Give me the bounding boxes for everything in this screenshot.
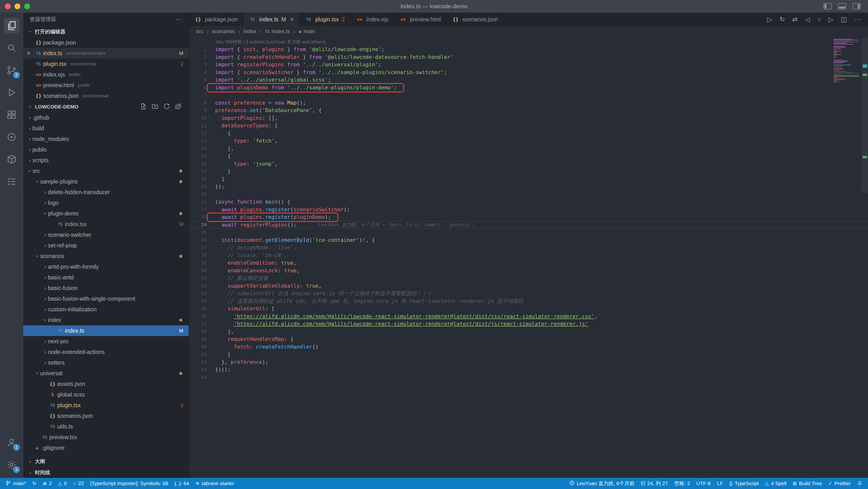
tree-item-index.tsx[interactable]: TSindex.tsxU [23,219,189,229]
previous-change-icon[interactable]: ◁ [805,15,810,23]
status-language-mode[interactable]: {}TypeScript [726,478,762,489]
collapse-all-icon[interactable] [175,103,182,111]
breadcrumb-item[interactable]: index [243,28,256,35]
breadcrumb-item[interactable]: src [196,28,203,35]
open-editors-header[interactable]: › 打开的编辑器 [23,26,189,37]
run-icon[interactable]: ▷ [767,15,772,23]
activity-run-debug[interactable] [0,82,23,104]
activity-checklist[interactable] [0,170,23,193]
open-editor-item[interactable]: <>preview.htmlpublic [23,80,189,91]
activity-explorer[interactable] [0,14,23,37]
open-editor-item[interactable]: {}package.json [23,37,189,48]
tree-item-basic-antd[interactable]: ›basic-antd [23,272,189,283]
close-window-button[interactable] [5,3,11,9]
breadcrumb-item[interactable]: ◈main [299,28,315,35]
activity-account[interactable]: 1 [0,431,23,454]
tab-scenarios.json[interactable]: {}scenarios.json [446,12,503,26]
toggle-panel-icon[interactable] [838,3,846,9]
compare-changes-icon[interactable]: ⇄ [792,15,798,23]
status-notifications[interactable] [854,478,866,489]
open-editor-item[interactable]: <>index.ejspublic [23,69,189,80]
tree-item-plugin-demo[interactable]: ›plugin-demo [23,208,189,219]
tree-item-utils.ts[interactable]: TSutils.ts [23,421,189,432]
tree-item-universal[interactable]: ›universal [23,368,189,379]
changes-icon[interactable]: ○ [817,16,821,23]
status-problems-errors[interactable]: ⊗2 [39,478,55,489]
tab-package.json[interactable]: {}package.json [189,12,243,26]
open-editor-item[interactable]: {}scenarios.jsonsrc/universal [23,91,189,101]
toggle-primary-sidebar-icon[interactable] [824,3,832,9]
activity-package[interactable] [0,148,23,170]
tree-item-plugin.tsx[interactable]: TSplugin.tsx2 [23,400,189,411]
tab-index.ejs[interactable]: <>index.ejs [350,12,394,26]
tree-item-basic-fusion[interactable]: ›basic-fusion [23,283,189,293]
status-build-tree[interactable]: ⊞Build Tree [789,478,825,489]
tree-item-public[interactable]: ›public [23,144,189,155]
tab-plugin.tsx[interactable]: TSplugin.tsx2 [299,12,350,26]
tree-item-src[interactable]: ›src [23,166,189,176]
tree-item-node_modules[interactable]: ›node_modules [23,134,189,144]
breadcrumb-item[interactable]: scenarios [212,28,235,35]
status-counter[interactable]: ○22 [70,478,87,489]
timeline-section[interactable]: › 时间线 [23,467,189,478]
tree-item-basic-fusion-with-single-component[interactable]: ›basic-fusion-with-single-component [23,293,189,304]
tree-item-index.ts[interactable]: TSindex.tsM [23,325,189,336]
tree-item-scenarios.json[interactable]: {}scenarios.json [23,411,189,421]
code-editor[interactable]: You, 9秒钟前 | 3 authors (LeoYuan 袁力皓 and o… [189,37,868,478]
tree-item-delete-hidden-transducer[interactable]: ›delete-hidden-transducer [23,187,189,198]
tree-item-global.scss[interactable]: Sglobal.scss [23,389,189,400]
tree-item-scripts[interactable]: ›scripts [23,155,189,166]
tree-item-antd-pro-with-formily[interactable]: ›antd-pro-with-formily [23,261,189,272]
status-tabnine[interactable]: ✳tabnine starter [192,478,237,489]
tree-item-set-ref-prop[interactable]: ›set-ref-prop [23,240,189,251]
refresh-icon[interactable] [163,103,170,111]
status-eol[interactable]: LF [714,478,726,489]
activity-search[interactable] [0,37,23,59]
status-ts-importer[interactable]: [TypeScript Importer]: Symbols: 68 [87,478,171,489]
outline-section[interactable]: › 大纲 [23,456,189,467]
status-sync-changes[interactable]: ↻ [29,478,40,489]
activity-source-control[interactable]: 2 [0,59,23,82]
tree-item-scenario-switcher[interactable]: ›scenario-switcher [23,229,189,240]
tree-item-custom-initialization[interactable]: ›custom-initialization [23,304,189,315]
status-git-branch[interactable]: main* [2,478,29,489]
tree-item-.gitignore[interactable]: ◈.gitignore [23,443,189,453]
status-git-blame[interactable]: LeoYuan 袁力皓, 6个月前 [566,478,638,489]
breadcrumb-item[interactable]: TSindex.ts [265,28,290,35]
next-change-icon[interactable]: ▷ [829,15,834,23]
open-editor-item[interactable]: TSplugin.tsxsrc/universal2 [23,59,189,69]
tree-item-.github[interactable]: ›.github [23,112,189,123]
tree-item-logo[interactable]: ›logo [23,198,189,208]
tree-item-preview.tsx[interactable]: TSpreview.tsx [23,432,189,443]
tree-item-scenarios[interactable]: ›scenarios [23,251,189,261]
local-history-icon[interactable]: ↻ [779,15,785,23]
tree-item-setters[interactable]: ›setters [23,357,189,368]
more-actions-icon[interactable]: ⋯ [176,16,182,23]
zoom-window-button[interactable] [24,3,30,9]
more-actions-icon[interactable]: ⋯ [854,15,861,23]
minimap[interactable] [834,39,861,84]
status-encoding[interactable]: UTF-8 [693,478,714,489]
activity-extensions[interactable] [0,104,23,126]
split-editor-icon[interactable]: ◫ [841,15,847,23]
status-problems-warnings[interactable]: △0 [55,478,70,489]
new-folder-icon[interactable] [151,103,159,111]
activity-references[interactable] [0,126,23,148]
status-indentation[interactable]: 空格: 2 [671,478,693,489]
status-bracket-count[interactable]: {..}: 64 [172,478,192,489]
close-icon[interactable]: × [23,50,34,57]
minimize-window-button[interactable] [14,3,20,9]
tree-item-node-extended-actions[interactable]: ›node-extended-actions [23,347,189,357]
tab-index.ts[interactable]: TSindex.tsM× [243,12,299,26]
project-header[interactable]: › LOWCODE-DEMO [23,101,189,112]
open-editor-item[interactable]: ×TSindex.tssrc/scenarios/indexM [23,48,189,59]
tab-preview.html[interactable]: <>preview.html [394,12,446,26]
tree-item-sample-plugins[interactable]: ›sample-plugins [23,176,189,187]
status-spell-checker[interactable]: △4 Spell [762,478,790,489]
activity-settings[interactable]: 1 [0,454,23,476]
tree-item-build[interactable]: ›build [23,123,189,134]
tree-item-assets.json[interactable]: {}assets.json [23,379,189,389]
new-file-icon[interactable] [140,103,147,111]
status-cursor-position[interactable]: 行 24, 列 27 [638,478,671,489]
status-prettier[interactable]: ✓Prettier [825,478,854,489]
